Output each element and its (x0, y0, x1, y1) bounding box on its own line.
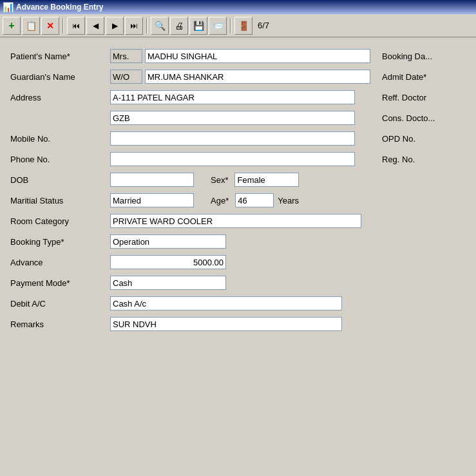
room-category-field[interactable] (110, 214, 361, 228)
record-count: 6/7 (258, 21, 269, 30)
patient-name-field[interactable] (145, 49, 370, 63)
sex-label: Sex* (211, 175, 228, 185)
payment-mode-field[interactable] (110, 276, 226, 290)
title-bar: 📊 Advance Booking Entry (0, 0, 476, 14)
debit-ac-row: Debit A/C (10, 295, 372, 312)
sex-field[interactable] (234, 173, 299, 187)
mobile-label: Mobile No. (10, 134, 110, 144)
advance-label: Advance (10, 258, 110, 267)
admit-date-label: Admit Date* (382, 68, 466, 85)
title-bar-icon: 📊 (3, 2, 14, 12)
debit-ac-field[interactable] (110, 296, 342, 310)
dob-sex-row: DOB Sex* (10, 171, 372, 188)
phone-row: Phone No. (10, 151, 372, 167)
patient-prefix-field[interactable] (110, 49, 142, 63)
patient-name-row: Patient's Name* (10, 48, 372, 64)
payment-mode-row: Payment Mode* (10, 274, 372, 291)
mail-button[interactable]: 📨 (209, 17, 227, 35)
dob-field[interactable] (110, 173, 194, 187)
prev-button[interactable]: ◀ (86, 17, 104, 35)
marital-age-row: Maritial Status Age* Years (10, 192, 372, 209)
save-button[interactable]: 💾 (189, 17, 207, 35)
marital-age-fields: Age* Years (110, 193, 299, 207)
advance-row: Advance (10, 254, 372, 271)
guardian-name-label: Guardian's Name (10, 72, 110, 82)
ref-doctor-label: Reff. Doctor (382, 89, 466, 106)
first-button[interactable]: ⏮ (67, 17, 85, 35)
last-button[interactable]: ⏭ (125, 17, 143, 35)
search-button[interactable]: 🔍 (151, 17, 169, 35)
address-row1: Address (10, 89, 372, 106)
form-container: Patient's Name* Guardian's Name Address (0, 37, 476, 347)
guardian-prefix-field[interactable] (110, 70, 142, 84)
marital-label: Maritial Status (10, 196, 110, 205)
remarks-label: Remarks (10, 319, 110, 329)
room-category-label: Room Category (10, 216, 110, 226)
age-unit: Years (278, 196, 299, 205)
add-button[interactable]: + (3, 17, 21, 35)
remarks-field[interactable] (110, 317, 342, 331)
booking-type-field[interactable] (110, 234, 226, 249)
edit-button[interactable]: 📋 (22, 17, 40, 35)
mobile-field[interactable] (110, 131, 355, 146)
exit-button[interactable]: 🚪 (234, 17, 252, 35)
reg-no-label: Reg. No. (382, 151, 466, 167)
mobile-row: Mobile No. (10, 130, 372, 147)
remarks-row: Remarks (10, 316, 372, 332)
patient-name-fields (110, 49, 370, 63)
cons-doctor-label: Cons. Docto... (382, 109, 466, 126)
guardian-name-fields (110, 70, 370, 84)
dob-sex-fields: Sex* (110, 173, 299, 187)
phone-label: Phone No. (10, 155, 110, 164)
separator-2 (146, 18, 148, 33)
form-left: Patient's Name* Guardian's Name Address (10, 48, 372, 336)
booking-date-label: Booking Da... (382, 48, 466, 64)
address1-field[interactable] (110, 90, 355, 104)
guardian-name-field[interactable] (145, 70, 370, 84)
separator-3 (230, 18, 231, 33)
dob-label: DOB (10, 175, 110, 185)
separator-1 (62, 18, 64, 33)
advance-field[interactable] (110, 255, 226, 269)
address2-field[interactable] (110, 111, 355, 125)
patient-name-label: Patient's Name* (10, 52, 110, 61)
title-bar-text: Advance Booking Entry (16, 3, 103, 12)
guardian-name-row: Guardian's Name (10, 68, 372, 85)
address-row2 (10, 109, 372, 126)
toolbar: + 📋 ✕ ⏮ ◀ ▶ ⏭ 🔍 🖨 💾 📨 🚪 6/7 (0, 14, 476, 37)
booking-type-row: Booking Type* (10, 233, 372, 250)
marital-field[interactable] (110, 193, 194, 207)
address-label: Address (10, 93, 110, 102)
room-category-row: Room Category (10, 213, 372, 229)
print-button[interactable]: 🖨 (170, 17, 188, 35)
payment-mode-label: Payment Mode* (10, 278, 110, 288)
next-button[interactable]: ▶ (106, 17, 124, 35)
debit-ac-label: Debit A/C (10, 299, 110, 309)
age-label: Age* (211, 196, 229, 205)
phone-field[interactable] (110, 152, 355, 166)
delete-button[interactable]: ✕ (41, 17, 59, 35)
booking-type-label: Booking Type* (10, 237, 110, 247)
age-field[interactable] (235, 193, 274, 207)
opd-no-label: OPD No. (382, 130, 466, 147)
form-right: Booking Da... Admit Date* Reff. Doctor C… (382, 48, 466, 336)
